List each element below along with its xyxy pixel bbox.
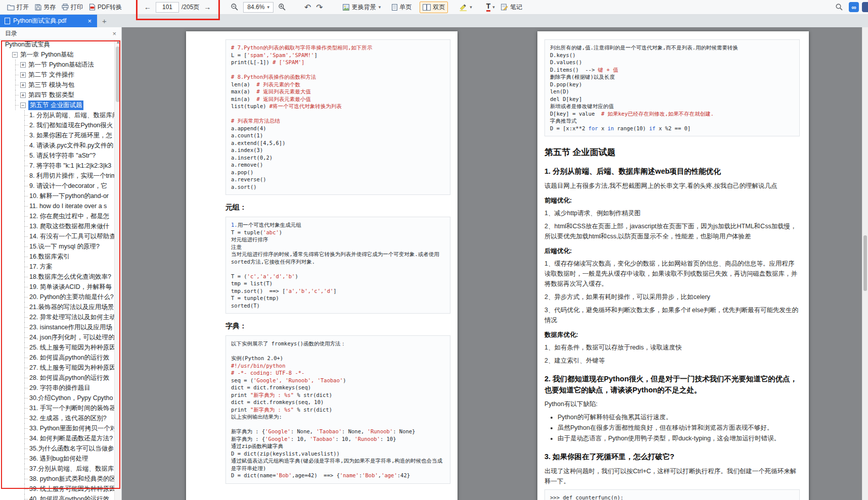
expand-icon[interactable]: +: [20, 72, 26, 78]
code-line: # 列表常用方法总结: [231, 117, 445, 125]
toc-item[interactable]: 19. 简单谈谈ACID，并解释每: [0, 282, 115, 292]
collapse-icon[interactable]: −: [20, 103, 26, 108]
toc-item[interactable]: 40. 如何提高python的运行效: [0, 494, 115, 500]
toc-item[interactable]: −第五节 企业面试题: [0, 100, 115, 110]
toc-item[interactable]: 31. 手写一个判断时间的装饰器: [0, 403, 115, 413]
toc-item[interactable]: 24. json序列化时，可以处理的: [0, 332, 115, 342]
search-button[interactable]: [833, 2, 846, 12]
toc-item[interactable]: 2. 我们都知道现在Python很火: [0, 120, 115, 130]
toc-item[interactable]: 38. python新式类和经典类的区: [0, 474, 115, 484]
undo-button[interactable]: ↶: [302, 2, 313, 13]
toc-item[interactable]: 17. 方案: [0, 262, 115, 272]
paragraph: Python有以下缺陷:: [544, 399, 800, 409]
open-file-icon: [7, 4, 15, 11]
toc-item-label: 33. Python里面如何拷贝一个对: [29, 424, 115, 433]
toc-item[interactable]: +第四节 数据类型: [0, 90, 115, 100]
code-line: list(tuple) #将一个可迭代对象转换为列表: [231, 103, 445, 110]
toc-item[interactable]: 28. 如何提高python的运行效: [0, 373, 115, 383]
toc-item[interactable]: 8. 利用切片操作，实现一个trim: [0, 171, 115, 181]
save-as-button[interactable]: 另存: [32, 2, 59, 13]
toc-item[interactable]: 26. 如何提高python的运行效: [0, 353, 115, 363]
toc-item[interactable]: 39. 线上服务可能因为种种原因: [0, 484, 115, 494]
toc-item[interactable]: 15.说一下 mysql 的原理?: [0, 241, 115, 252]
link-icon[interactable]: ∞: [849, 2, 859, 12]
text-tool-button[interactable]: T ▾: [483, 1, 498, 13]
scrollbar-thumb[interactable]: [116, 46, 120, 102]
toc-item[interactable]: 14. 有没有一个工具可以帮助查: [0, 231, 115, 241]
toc-item[interactable]: 25. 线上服务可能因为种种原因: [0, 342, 115, 353]
toc-item[interactable]: 7. 将字符串 "k:1 |k1:2|k2:3|k3: [0, 161, 115, 171]
expand-icon[interactable]: +: [20, 82, 26, 88]
note-button[interactable]: 笔记: [498, 2, 525, 13]
sidebar-scrollbar[interactable]: ▲: [114, 39, 121, 500]
toc-item[interactable]: 37.分别从前端、后端、数据库: [0, 464, 115, 474]
code-line: tmp.sort() ==> ['a','b','c','d']: [231, 287, 445, 295]
toc-item[interactable]: 1. 分别从前端、后端、数据库阐: [0, 110, 115, 120]
toc-item[interactable]: 23. isinstance作用以及应用场: [0, 322, 115, 332]
toc-item[interactable]: 16.数据库索引: [0, 252, 115, 262]
single-page-button[interactable]: 单页: [389, 2, 415, 13]
toc-item[interactable]: 11. how do I iterate over a s: [0, 201, 115, 211]
redo-button[interactable]: ↷: [313, 2, 325, 13]
tab-close-icon[interactable]: ×: [86, 17, 93, 25]
toc-item[interactable]: 12. 你在爬虫过程中，都是怎: [0, 211, 115, 221]
toc-item[interactable]: 27. 线上服务可能因为种种原因: [0, 363, 115, 373]
toc-item[interactable]: 4. 请谈谈.pyc文件和.py文件的: [0, 140, 115, 151]
open-button[interactable]: 打开: [4, 2, 32, 13]
expand-icon[interactable]: +: [20, 92, 26, 98]
print-button[interactable]: 打印: [59, 2, 86, 13]
toc-item[interactable]: +第一节 Python基础语法: [0, 60, 115, 70]
double-page-button[interactable]: 双页: [420, 2, 448, 13]
toc-item-label: 19. 简单谈谈ACID，并解释每: [29, 283, 112, 291]
toc-item[interactable]: 35.为什么函数名字可以当做参: [0, 443, 115, 454]
zoom-out-button[interactable]: [228, 2, 241, 12]
toc-item[interactable]: 13. 爬取这些数据都用来做什: [0, 221, 115, 231]
toc-item[interactable]: 5. 请反转字符串 "aStr"?: [0, 151, 115, 161]
toc-item[interactable]: 3. 如果你困在了死循环里，怎: [0, 130, 115, 140]
toc-item-label: 8. 利用切片操作，实现一个trim: [29, 172, 115, 180]
code-block: 列出所有的键,值.注意得到的是一个可迭代对象,而不是列表.用的时候需要转换D.k…: [544, 39, 800, 136]
toc-item[interactable]: 30.介绍Cython，Pypy Cpytho: [0, 393, 115, 403]
toc-item[interactable]: 22. 异常处理写法以及如何主动: [0, 312, 115, 322]
search-icon: [835, 3, 843, 11]
zoom-level-select[interactable]: 84.6% ▾: [243, 2, 273, 13]
toc-item[interactable]: 18.数据库怎么优化查询效率?: [0, 272, 115, 282]
next-page-button[interactable]: →: [202, 3, 213, 12]
highlighter-button[interactable]: ▾: [456, 2, 475, 13]
code-line: L = ['spam','Spam','SPAM!']: [231, 52, 445, 59]
code-line: a.count(1): [231, 132, 445, 139]
scrollbar-up-icon[interactable]: ▲: [115, 39, 121, 45]
scrollbar-thumb[interactable]: [863, 235, 867, 291]
change-background-button[interactable]: 更换背景 ▾: [340, 2, 384, 13]
collapse-icon[interactable]: −: [12, 52, 18, 58]
paragraph: 3、代码优化，避免循环和判断次数太多，如果多个if else判断，优先判断最有可…: [544, 305, 800, 325]
code-line: D = [x:x**2 for x in range(10) if x %2 =…: [550, 125, 794, 132]
vertical-scrollbar[interactable]: [862, 27, 868, 500]
toc-item[interactable]: 34. 如何判断是函数还是方法?: [0, 433, 115, 443]
code-line: #!/usr/bin/python: [231, 362, 445, 370]
new-tab-button[interactable]: +: [97, 17, 112, 25]
toc-item[interactable]: 29. 字符串的操作题目: [0, 383, 115, 393]
toc-item[interactable]: 21.装饰器的写法以及应用场景: [0, 302, 115, 312]
toc-item[interactable]: 36. 遇到bug如何处理: [0, 454, 115, 464]
toc-item[interactable]: 20. Python的主要功能是什么?: [0, 292, 115, 302]
toc-item[interactable]: +第三节 模块与包: [0, 80, 115, 90]
toc-item[interactable]: −第一章 Python基础: [0, 49, 115, 60]
prev-page-button[interactable]: ←: [142, 3, 153, 12]
zoom-in-button[interactable]: [276, 2, 289, 12]
document-tab[interactable]: Python面试宝典.pdf ×: [0, 14, 97, 27]
toc-item[interactable]: Python面试宝典: [0, 39, 115, 49]
code-line: 字典推导式: [550, 117, 794, 125]
page-number-input[interactable]: [156, 2, 179, 13]
toc-item[interactable]: +第二节 文件操作: [0, 70, 115, 80]
document-icon: [5, 18, 10, 24]
code-line: 实例(Python 2.0+): [231, 355, 445, 362]
pdf-convert-button[interactable]: PDF转换: [86, 2, 125, 13]
toc-item[interactable]: 32. 生成器，迭代器的区别?: [0, 413, 115, 423]
code-line: del D[key]: [550, 95, 794, 103]
expand-icon[interactable]: +: [20, 62, 26, 68]
toc-item[interactable]: 10. 解释一下python的and-or: [0, 191, 115, 201]
sidebar-close-icon[interactable]: ×: [112, 30, 116, 37]
toc-item[interactable]: 9. 请设计一个decorator，它: [0, 181, 115, 191]
toc-item[interactable]: 33. Python里面如何拷贝一个对: [0, 423, 115, 433]
